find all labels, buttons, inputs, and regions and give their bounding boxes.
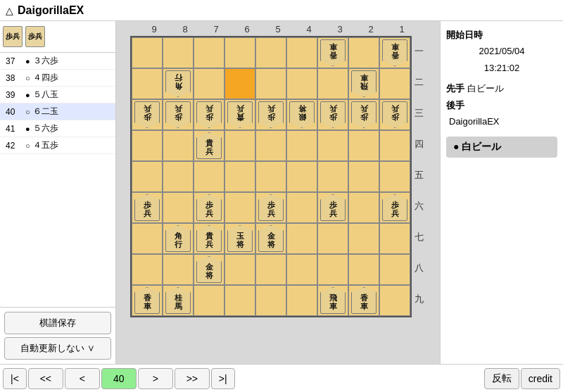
board-cell[interactable] [132, 223, 163, 254]
board-cell[interactable] [163, 192, 194, 223]
move-list-item[interactable]: 37 ● ３六歩 [0, 53, 115, 70]
board-cell[interactable]: 歩兵 [379, 99, 410, 130]
board-cell[interactable] [317, 130, 348, 161]
save-kifu-button[interactable]: 棋譜保存 [4, 312, 111, 334]
row-numbers-right: 一二三四五六七八九 [412, 36, 426, 315]
board-cell[interactable] [286, 254, 317, 285]
board-cell[interactable] [132, 161, 163, 192]
board-cell[interactable]: 角行 [163, 223, 194, 254]
move-list-item[interactable]: 41 ● ５六歩 [0, 120, 115, 137]
board-cell[interactable] [163, 37, 194, 68]
board-cell[interactable] [224, 192, 255, 223]
board-cell[interactable]: 貴兵 [194, 223, 224, 254]
board-cell[interactable] [348, 223, 379, 254]
board-cell[interactable]: 歩兵 [348, 99, 379, 130]
board-cell[interactable] [286, 130, 317, 161]
board-cell[interactable]: 歩兵 [132, 192, 163, 223]
board-cell[interactable] [379, 68, 410, 99]
board-cell[interactable]: 飛車 [317, 285, 348, 316]
col-num-6: 6 [232, 24, 262, 34]
board-cell[interactable]: 香車 [317, 37, 348, 68]
move-list-item[interactable]: 40 ○ ６二玉 [0, 103, 115, 120]
board-cell[interactable] [224, 254, 255, 285]
board-cell[interactable]: 香車 [132, 285, 163, 316]
board-cell[interactable]: 玉将 [224, 223, 255, 254]
board-cell[interactable] [317, 68, 348, 99]
board-cell[interactable] [224, 285, 255, 316]
board-cell[interactable]: 歩兵 [255, 192, 286, 223]
board-cell[interactable]: 金将 [194, 254, 224, 285]
board-cell[interactable]: 香車 [379, 37, 410, 68]
board-cell[interactable]: 歩兵 [379, 192, 410, 223]
board-cell[interactable] [255, 130, 286, 161]
board-cell[interactable] [348, 161, 379, 192]
board-cell[interactable]: 銀将 [286, 99, 317, 130]
board-cell[interactable]: 貴兵 [194, 130, 224, 161]
board-cell[interactable] [286, 223, 317, 254]
board-cell[interactable] [348, 192, 379, 223]
nav-last-button[interactable]: >| [211, 368, 235, 389]
board-cell[interactable] [379, 130, 410, 161]
board-cell[interactable] [379, 223, 410, 254]
move-list-item[interactable]: 42 ○ ４五歩 [0, 137, 115, 154]
board-cell[interactable]: 桂馬 [163, 285, 194, 316]
board-cell[interactable]: 歩兵 [317, 192, 348, 223]
board-cell[interactable] [317, 254, 348, 285]
board-cell[interactable] [255, 68, 286, 99]
board-cell[interactable] [255, 285, 286, 316]
board-cell[interactable]: 角行 [163, 68, 194, 99]
board-cell[interactable] [286, 192, 317, 223]
board-cell[interactable] [194, 37, 224, 68]
board-cell[interactable] [224, 130, 255, 161]
board-cell[interactable] [163, 161, 194, 192]
board-cell[interactable] [286, 285, 317, 316]
board-cell[interactable] [348, 254, 379, 285]
auto-update-button[interactable]: 自動更新しない ∨ [4, 337, 111, 360]
board-cell[interactable] [194, 285, 224, 316]
board-cell[interactable] [379, 161, 410, 192]
board-cell[interactable]: 歩兵 [194, 192, 224, 223]
board-cell[interactable] [194, 161, 224, 192]
board-cell[interactable] [224, 161, 255, 192]
nav-prev-fast-button[interactable]: << [28, 368, 63, 389]
board-cell[interactable] [132, 68, 163, 99]
board-cell[interactable]: 歩兵 [255, 99, 286, 130]
board-cell[interactable]: 歩兵 [194, 99, 224, 130]
move-list-item[interactable]: 38 ○ ４四歩 [0, 70, 115, 87]
board-cell[interactable] [255, 37, 286, 68]
board-cell[interactable] [255, 161, 286, 192]
board-cell[interactable]: 金将 [255, 223, 286, 254]
board-cell[interactable] [348, 37, 379, 68]
board-cell[interactable] [286, 161, 317, 192]
board-cell[interactable] [317, 223, 348, 254]
nav-credit-button[interactable]: credit [521, 368, 560, 389]
board-cell[interactable] [255, 254, 286, 285]
board-cell[interactable] [348, 130, 379, 161]
main-content: 歩兵 歩兵 37 ● ３六歩 38 ○ ４四歩 39 ● ５八玉 40 ○ ６二… [0, 21, 563, 364]
board-cell[interactable]: 歩兵 [132, 99, 163, 130]
board-cell[interactable]: 飛車 [348, 68, 379, 99]
nav-first-button[interactable]: |< [3, 368, 27, 389]
board-cell[interactable]: 歩兵 [317, 99, 348, 130]
move-list-item[interactable]: 39 ● ５八玉 [0, 87, 115, 103]
board-cell[interactable]: 貴兵 [224, 99, 255, 130]
board-cell[interactable] [317, 161, 348, 192]
board-cell[interactable] [194, 68, 224, 99]
nav-prev-button[interactable]: < [65, 368, 100, 389]
board-cell[interactable] [224, 68, 255, 99]
board-cell[interactable] [379, 285, 410, 316]
nav-flip-button[interactable]: 反転 [484, 368, 519, 389]
nav-next-fast-button[interactable]: >> [175, 368, 210, 389]
board-cell[interactable]: 香車 [348, 285, 379, 316]
board-cell[interactable] [379, 254, 410, 285]
board-cell[interactable] [163, 254, 194, 285]
board-cell[interactable]: 歩兵 [163, 99, 194, 130]
board-cell[interactable] [286, 68, 317, 99]
board-cell[interactable] [132, 37, 163, 68]
board-cell[interactable] [163, 130, 194, 161]
board-cell[interactable] [286, 37, 317, 68]
nav-next-button[interactable]: > [138, 368, 173, 389]
board-cell[interactable] [224, 37, 255, 68]
board-cell[interactable] [132, 130, 163, 161]
board-cell[interactable] [132, 254, 163, 285]
